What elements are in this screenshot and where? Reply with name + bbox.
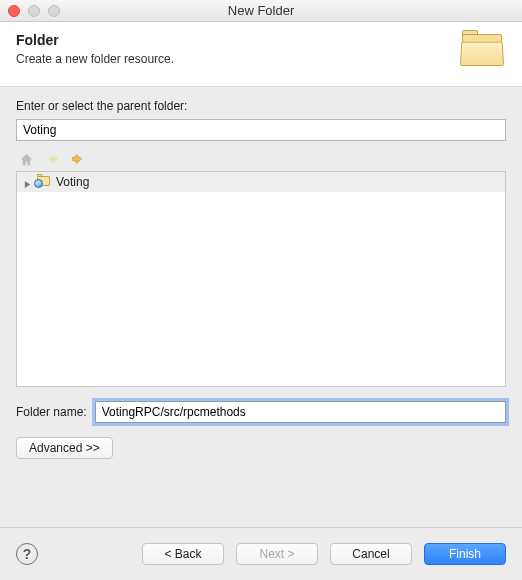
parent-folder-input[interactable] (16, 119, 506, 141)
folder-icon (458, 30, 506, 72)
arrow-right-icon[interactable] (70, 151, 86, 167)
title-bar: New Folder (0, 0, 522, 22)
cancel-button[interactable]: Cancel (330, 543, 412, 565)
wizard-buttons: < Back Next > Cancel Finish (142, 543, 506, 565)
tree-row[interactable]: Voting (17, 172, 505, 192)
help-button[interactable]: ? (16, 543, 38, 565)
tree-toolbar (16, 149, 506, 171)
dialog-header: Folder Create a new folder resource. (0, 22, 522, 87)
folder-name-input[interactable] (95, 401, 506, 423)
tree-row-label: Voting (56, 175, 89, 189)
header-title: Folder (16, 32, 174, 48)
dialog-footer: ? < Back Next > Cancel Finish (0, 528, 522, 580)
folder-name-label: Folder name: (16, 405, 87, 419)
next-button: Next > (236, 543, 318, 565)
dialog-body: Enter or select the parent folder: Votin… (0, 87, 522, 459)
header-subtitle: Create a new folder resource. (16, 52, 174, 66)
project-folder-icon (36, 175, 52, 189)
arrow-left-icon[interactable] (44, 151, 60, 167)
folder-name-row: Folder name: (16, 401, 506, 423)
disclosure-triangle-icon[interactable] (23, 178, 32, 187)
home-icon[interactable] (18, 151, 34, 167)
folder-tree[interactable]: Voting (16, 171, 506, 387)
parent-folder-label: Enter or select the parent folder: (16, 99, 506, 113)
advanced-button[interactable]: Advanced >> (16, 437, 113, 459)
window-title: New Folder (0, 3, 522, 18)
back-button[interactable]: < Back (142, 543, 224, 565)
finish-button[interactable]: Finish (424, 543, 506, 565)
